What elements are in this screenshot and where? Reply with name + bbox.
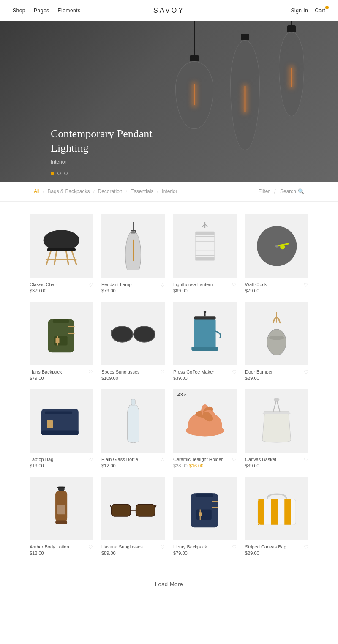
product-lighthouse-lantern[interactable]: Lighthouse Lantern $69.00 ♡ — [169, 210, 241, 297]
svg-rect-63 — [111, 505, 130, 516]
nav-right: Sign In Cart — [291, 8, 325, 14]
filter-bags[interactable]: Bags & Backpacks — [47, 188, 90, 194]
lamp-cap-1 — [190, 55, 199, 61]
product-price: $28.00$16.00 — [173, 463, 223, 468]
svg-line-67 — [155, 505, 156, 508]
product-price: $39.00 — [173, 376, 214, 381]
product-ceramic-tealight-holder[interactable]: -43% Ceramic Tealight Holder $28.00$ — [169, 385, 241, 472]
product-name: Pendant Lamp — [101, 282, 132, 287]
svg-rect-36 — [194, 318, 215, 351]
svg-rect-28 — [56, 338, 60, 343]
filter-essentials[interactable]: Essentials — [131, 188, 154, 194]
wishlist-icon[interactable]: ♡ — [88, 282, 93, 288]
wishlist-icon[interactable]: ♡ — [232, 457, 237, 463]
svg-rect-48 — [131, 399, 135, 405]
cart-count-badge — [325, 6, 329, 9]
wishlist-icon[interactable]: ♡ — [232, 369, 237, 376]
product-name: Press Coffee Maker — [173, 369, 214, 374]
filter-all[interactable]: All — [34, 188, 39, 194]
wishlist-icon[interactable]: ♡ — [232, 544, 237, 551]
product-wall-clock[interactable]: Wall Clock $79.00 ♡ — [241, 210, 313, 297]
svg-line-5 — [72, 251, 76, 265]
lamp-cap-3 — [287, 25, 296, 32]
wishlist-icon[interactable]: ♡ — [88, 544, 93, 551]
svg-rect-38 — [194, 316, 215, 319]
product-classic-chair[interactable]: Classic Chair $379.00 ♡ — [25, 210, 97, 297]
wishlist-icon[interactable]: ♡ — [88, 369, 93, 376]
filter-interior[interactable]: Interior — [161, 188, 177, 194]
product-info-havana-sunglasses: Havana Sunglasses $89.00 ♡ — [101, 544, 165, 556]
nav-left: Shop Pages Elements — [13, 8, 81, 14]
product-specs-sunglasses[interactable]: Specs Sunglasses $109.00 ♡ — [97, 297, 169, 385]
product-image-hans-backpack — [30, 302, 93, 365]
product-image-henry-backpack — [173, 477, 237, 540]
load-more-button[interactable]: Load More — [0, 568, 338, 600]
hero-content: Contemporary PendantLighting Interior — [0, 127, 152, 182]
product-laptop-bag[interactable]: Laptop Bag $19.00 ♡ — [25, 385, 97, 472]
product-canvas-basket[interactable]: Canvas Basket $39.00 ♡ — [241, 385, 313, 472]
svg-rect-61 — [57, 505, 65, 514]
product-price: $39.00 — [245, 463, 276, 468]
product-pendant-lamp[interactable]: Pendant Lamp $79.00 ♡ — [97, 210, 169, 297]
product-amber-body-lotion[interactable]: Amber Body Lotion $12.00 ♡ — [25, 472, 97, 560]
nav-shop[interactable]: Shop — [13, 8, 25, 14]
wishlist-icon[interactable]: ♡ — [304, 282, 308, 288]
product-price: $12.00 — [101, 463, 138, 468]
product-henry-backpack[interactable]: Henry Backpack $79.00 ♡ — [169, 472, 241, 560]
search-button[interactable]: Search — [280, 188, 296, 194]
nav-pages[interactable]: Pages — [34, 8, 49, 14]
product-image-laptop-bag — [30, 389, 93, 453]
wishlist-icon[interactable]: ♡ — [160, 282, 165, 288]
original-price: $28.00 — [173, 463, 188, 468]
product-striped-canvas-bag[interactable]: Striped Canvas Bag $29.00 ♡ — [241, 472, 313, 560]
brand-logo[interactable]: SAVOY — [153, 7, 185, 14]
product-name: Canvas Basket — [245, 457, 276, 462]
wishlist-icon[interactable]: ♡ — [304, 544, 308, 551]
nav-signin[interactable]: Sign In — [291, 8, 308, 14]
product-havana-sunglasses[interactable]: Havana Sunglasses $89.00 ♡ — [97, 472, 169, 560]
product-info-amber-body-lotion: Amber Body Lotion $12.00 ♡ — [30, 544, 93, 556]
hero-title: Contemporary PendantLighting — [51, 127, 152, 156]
product-price: $379.00 — [30, 288, 57, 293]
svg-point-57 — [274, 398, 280, 401]
svg-rect-45 — [47, 420, 53, 428]
product-name: Classic Chair — [30, 282, 57, 287]
filter-decoration[interactable]: Decoration — [98, 188, 123, 194]
product-name: Plain Glass Bottle — [101, 457, 138, 462]
navbar: Shop Pages Elements SAVOY Sign In Cart — [0, 0, 338, 21]
svg-line-3 — [54, 251, 57, 265]
product-name: Hans Backpack — [30, 369, 62, 374]
product-image-classic-chair — [30, 214, 93, 278]
product-image-striped-canvas-bag — [245, 477, 308, 540]
wishlist-icon[interactable]: ♡ — [232, 282, 237, 288]
nav-cart[interactable]: Cart — [315, 8, 325, 14]
filter-button[interactable]: Filter — [259, 188, 270, 194]
product-price: $109.00 — [101, 376, 140, 381]
hero-banner: Contemporary PendantLighting Interior — [0, 21, 338, 182]
product-image-door-bumper — [245, 302, 308, 365]
product-price: $79.00 — [101, 288, 132, 293]
wishlist-icon[interactable]: ♡ — [160, 369, 165, 376]
product-info-plain-glass-bottle: Plain Glass Bottle $12.00 ♡ — [101, 457, 165, 468]
wishlist-icon[interactable]: ♡ — [160, 544, 165, 551]
svg-line-56 — [277, 399, 280, 411]
wishlist-icon[interactable]: ♡ — [304, 457, 308, 463]
product-door-bumper[interactable]: Door Bumper $29.00 ♡ — [241, 297, 313, 385]
lamp-globe-2 — [230, 40, 260, 150]
product-image-specs-sunglasses — [101, 302, 165, 365]
product-info-henry-backpack: Henry Backpack $79.00 ♡ — [173, 544, 237, 556]
nav-elements[interactable]: Elements — [58, 8, 81, 14]
product-press-coffee-maker[interactable]: Press Coffee Maker $39.00 ♡ — [169, 297, 241, 385]
lamp-globe-3 — [279, 32, 304, 116]
product-name: Lighthouse Lantern — [173, 282, 213, 287]
svg-point-32 — [134, 326, 155, 342]
wishlist-icon[interactable]: ♡ — [88, 457, 93, 463]
product-hans-backpack[interactable]: Hans Backpack $79.00 ♡ — [25, 297, 97, 385]
product-price: $89.00 — [101, 551, 143, 556]
svg-line-55 — [273, 399, 277, 411]
wishlist-icon[interactable]: ♡ — [304, 369, 308, 376]
wishlist-icon[interactable]: ♡ — [160, 457, 165, 463]
svg-rect-72 — [199, 512, 202, 516]
product-plain-glass-bottle[interactable]: Plain Glass Bottle $12.00 ♡ — [97, 385, 169, 472]
svg-point-31 — [111, 326, 133, 342]
